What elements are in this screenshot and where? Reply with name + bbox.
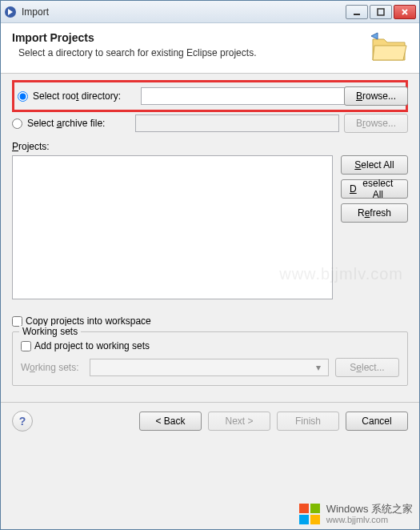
- copy-projects-label: Copy projects into workspace: [26, 315, 151, 327]
- svg-rect-2: [378, 9, 384, 15]
- projects-list[interactable]: [12, 155, 333, 299]
- watermark-line2: www.bjjmlv.com: [326, 515, 413, 524]
- archive-file-input: [135, 114, 339, 132]
- root-directory-radio-input[interactable]: [18, 91, 28, 102]
- page-subtitle: Select a directory to search for existin…: [12, 47, 362, 58]
- help-button[interactable]: ?: [12, 411, 33, 432]
- working-sets-select-button: Select...: [335, 358, 399, 377]
- refresh-button[interactable]: Refresh: [341, 203, 408, 223]
- root-directory-label: Select root directory:: [33, 90, 121, 102]
- working-sets-combo-label: Working sets:: [21, 362, 83, 373]
- copy-projects-row: Copy projects into workspace: [12, 315, 408, 327]
- import-dialog: Import Import Projects Select a director…: [0, 0, 420, 530]
- browse-root-button[interactable]: Browse...: [344, 86, 408, 106]
- svg-rect-1: [354, 14, 360, 15]
- working-sets-group: Working sets Add project to working sets…: [12, 331, 408, 386]
- maximize-button[interactable]: [370, 5, 392, 19]
- watermark-line1: Windows 系统之家: [326, 504, 413, 515]
- archive-file-label: Select archive file:: [27, 118, 105, 129]
- select-all-button[interactable]: Select All: [341, 155, 408, 175]
- next-button: Next >: [208, 412, 270, 431]
- browse-archive-button: Browse...: [344, 114, 408, 133]
- watermark: Windows 系统之家 www.bjjmlv.com: [298, 502, 413, 526]
- back-button[interactable]: < Back: [139, 412, 202, 431]
- wizard-header: Import Projects Select a directory to se…: [1, 23, 419, 74]
- working-sets-legend: Working sets: [19, 326, 81, 337]
- app-icon: [4, 6, 17, 18]
- svg-rect-5: [299, 515, 309, 524]
- deselect-all-button[interactable]: Deselect All: [341, 179, 408, 199]
- svg-rect-6: [310, 515, 320, 524]
- svg-rect-3: [299, 504, 309, 513]
- projects-label: Projects:: [12, 141, 408, 152]
- wizard-body: Select root directory: Browse... Select …: [1, 74, 419, 386]
- window-title: Import: [22, 6, 346, 18]
- archive-row: Select archive file: Browse...: [12, 114, 408, 133]
- close-button[interactable]: [394, 5, 416, 19]
- window-controls: [346, 5, 416, 19]
- folder-import-icon: [370, 31, 408, 63]
- root-directory-radio[interactable]: Select root directory:: [18, 90, 136, 102]
- wizard-footer: ? < Back Next > Finish Cancel: [1, 403, 419, 440]
- windows-logo-icon: [298, 502, 322, 526]
- add-to-working-sets-checkbox[interactable]: [21, 341, 31, 351]
- chevron-down-icon: ▾: [312, 362, 325, 373]
- minimize-button[interactable]: [346, 5, 368, 19]
- cancel-button[interactable]: Cancel: [346, 412, 408, 431]
- svg-rect-4: [310, 504, 320, 513]
- copy-projects-checkbox[interactable]: [12, 316, 22, 327]
- archive-file-radio-input[interactable]: [12, 118, 22, 129]
- archive-file-radio[interactable]: Select archive file:: [12, 118, 130, 129]
- working-sets-combo: ▾: [90, 359, 329, 376]
- page-title: Import Projects: [12, 31, 362, 44]
- finish-button: Finish: [277, 412, 339, 431]
- titlebar: Import: [1, 1, 419, 23]
- add-to-working-sets-label: Add project to working sets: [34, 340, 150, 351]
